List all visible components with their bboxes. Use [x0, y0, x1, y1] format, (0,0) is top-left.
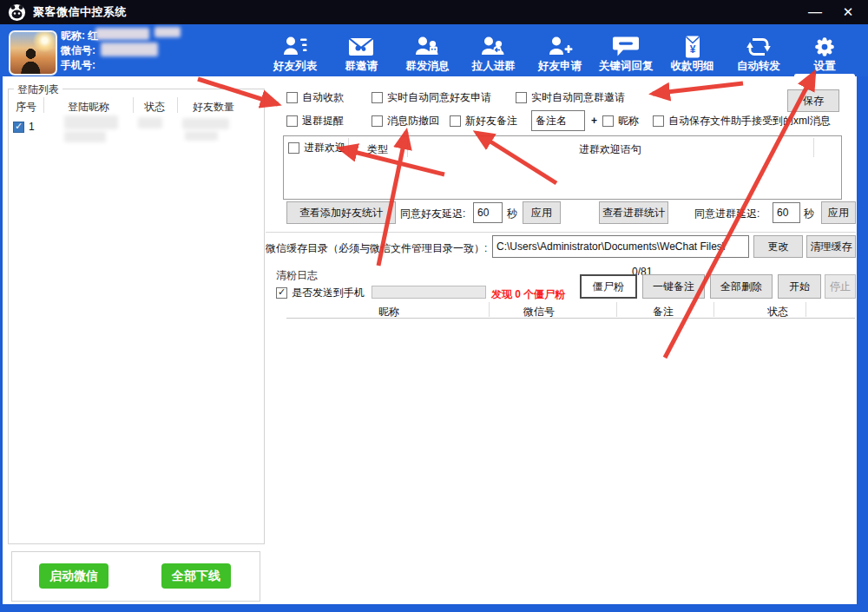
zombie-fans-button[interactable]: 僵尸粉: [580, 274, 637, 299]
change-dir-button[interactable]: 更改: [753, 235, 803, 258]
toolbar-item-friend-list[interactable]: 好友列表: [263, 26, 327, 76]
fans-log-title: 清粉日志: [276, 268, 318, 283]
divider: [133, 97, 134, 113]
account-header: 昵称: 红 微信号: 手机号: 好友列表 群邀请: [0, 24, 868, 76]
checkbox-auto-agree-group[interactable]: 实时自动同意群邀请: [516, 90, 625, 104]
login-list-title: 登陆列表: [14, 82, 62, 97]
checkbox-anti-recall[interactable]: 消息防撤回: [372, 114, 439, 128]
toolbar-item-pull-into-group[interactable]: 拉人进群: [462, 26, 526, 76]
save-button[interactable]: 保存: [787, 89, 839, 112]
row-number: 1: [29, 121, 35, 133]
friend-delay-label: 同意好友延迟:: [400, 207, 465, 221]
blurred-nickname: [95, 28, 149, 40]
group-invite-icon: [347, 34, 375, 58]
seconds-unit: 秒: [507, 207, 517, 221]
avatar: [9, 30, 57, 76]
wechat-id-label: 微信号:: [61, 43, 95, 58]
friend-request-icon: [546, 34, 574, 58]
checkbox-group-welcome[interactable]: 进群欢迎: [288, 141, 345, 155]
seconds-unit: 秒: [804, 207, 814, 221]
blurred-cell: [64, 115, 118, 129]
cache-path-input[interactable]: C:\Users\Administrator\Documents\WeChat …: [492, 235, 749, 258]
mass-message-icon: [414, 34, 442, 58]
all-offline-button[interactable]: 全部下线: [161, 563, 231, 589]
login-col-nickname: 登陆昵称: [68, 100, 109, 115]
login-col-status: 状态: [144, 100, 165, 115]
start-button[interactable]: 开始: [778, 274, 821, 299]
login-col-no: 序号: [16, 100, 36, 115]
scan-progress-bar: [372, 286, 486, 299]
divider: [713, 302, 714, 317]
checkbox-new-friend-remark[interactable]: 新好友备注: [450, 114, 517, 128]
friend-list-icon: [281, 34, 309, 58]
friend-delay-input[interactable]: 60: [473, 202, 503, 223]
checked-checkbox[interactable]: [276, 287, 287, 299]
one-key-remark-button[interactable]: 一键备注: [642, 274, 705, 299]
settings-gear-icon: [812, 34, 838, 58]
window-border: [0, 604, 868, 612]
login-list-panel: [8, 89, 265, 544]
blurred-cell: [138, 117, 162, 128]
blurred-cell: [185, 131, 218, 141]
toolbar-item-settings[interactable]: 设置: [792, 26, 857, 76]
delete-all-button[interactable]: 全部删除: [710, 274, 773, 299]
cache-dir-label: 微信缓存目录（必须与微信文件管理目录一致）:: [266, 241, 487, 256]
found-zombie-text: 发现 0 个僵尸粉: [491, 287, 565, 302]
plus-sign: +: [591, 115, 597, 127]
welcome-table: 进群欢迎 类型 进群欢迎语句: [283, 135, 842, 200]
checkbox-auto-save-xml[interactable]: 自动保存文件助手接受到的xml消息: [653, 114, 831, 128]
toolbar-item-auto-forward[interactable]: 自动转发: [727, 26, 791, 76]
checkbox-auto-agree-friend[interactable]: 实时自动同意好友申请: [372, 90, 491, 104]
divider: [489, 302, 490, 317]
checkbox-nickname-option[interactable]: 昵称: [602, 114, 639, 128]
clear-cache-button[interactable]: 清理缓存: [806, 235, 856, 258]
arrow-to-auto-agree-group: [653, 83, 743, 94]
payment-detail-icon: ¥: [679, 34, 707, 58]
stop-button: 停止: [825, 274, 856, 299]
svg-text:¥: ¥: [689, 43, 695, 56]
window-border: [0, 76, 3, 612]
blurred-nickname-2: [155, 27, 181, 37]
checkbox-quit-group-remind[interactable]: 退群提醒: [286, 114, 344, 128]
checkbox-auto-collect[interactable]: 自动收款: [286, 90, 344, 104]
group-delay-label: 同意进群延迟:: [694, 207, 760, 221]
blurred-cell: [64, 131, 106, 142]
toolbar-item-mass-message[interactable]: 群发消息: [396, 26, 460, 76]
phone-label: 手机号:: [61, 58, 95, 73]
welcome-col-phrase: 进群欢迎语句: [407, 142, 813, 157]
minimize-button[interactable]: —: [800, 0, 830, 24]
divider: [813, 138, 814, 157]
keyword-reply-icon: [612, 34, 640, 58]
blurred-wechat-id: [101, 43, 158, 56]
divider: [616, 302, 617, 317]
app-logo-icon: [8, 3, 26, 22]
view-friend-stats-button[interactable]: 查看添加好友统计: [286, 201, 396, 224]
start-wechat-button[interactable]: 启动微信: [39, 563, 108, 589]
main-toolbar: 好友列表 群邀请 群发消息: [263, 26, 857, 76]
toolbar-item-friend-request[interactable]: 好友申请: [528, 26, 592, 76]
remark-name-input[interactable]: 备注名: [531, 110, 585, 131]
login-col-friend-count: 好友数量: [193, 100, 234, 115]
toolbar-item-group-invite[interactable]: 群邀请: [329, 26, 393, 76]
title-bar: 聚客微信中控系统 — ✕: [0, 0, 868, 24]
divider: [266, 232, 856, 233]
close-button[interactable]: ✕: [833, 0, 863, 24]
apply-friend-delay-button[interactable]: 应用: [523, 201, 561, 224]
toolbar-item-payment-detail[interactable]: ¥ 收款明细: [661, 26, 725, 76]
view-group-stats-button[interactable]: 查看进群统计: [599, 201, 668, 224]
blurred-cell: [182, 118, 229, 129]
row-checkbox-checked[interactable]: [13, 122, 24, 133]
window-title: 聚客微信中控系统: [33, 4, 127, 20]
divider: [43, 97, 44, 113]
window-border: [857, 76, 868, 612]
pull-into-group-icon: [480, 34, 508, 58]
login-row-1[interactable]: 1: [13, 120, 35, 134]
apply-group-delay-button[interactable]: 应用: [821, 201, 856, 224]
toolbar-item-keyword-reply[interactable]: 关键词回复: [594, 26, 658, 76]
group-delay-input[interactable]: 60: [773, 202, 800, 223]
divider: [806, 302, 806, 317]
checkbox-send-to-phone[interactable]: 是否发送到手机: [276, 286, 365, 299]
divider: [286, 318, 855, 319]
divider: [177, 97, 178, 113]
nickname-label: 昵称: 红: [61, 29, 98, 43]
